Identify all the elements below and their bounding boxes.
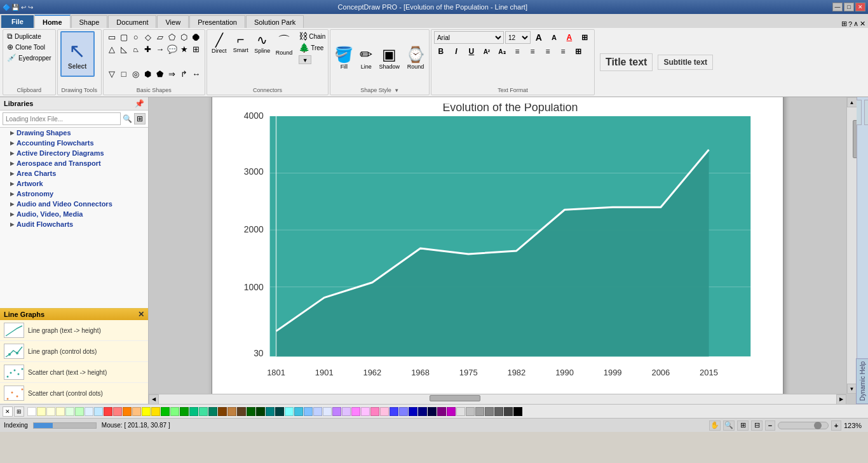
callout-icon[interactable]: 💬 bbox=[166, 43, 178, 55]
template-line-control-dots[interactable]: Line graph (control dots) bbox=[0, 341, 148, 362]
swatch-yellow[interactable] bbox=[142, 407, 151, 416]
canvas[interactable]: 30 1000 2000 3000 4000 1801 1901 1962 19… bbox=[212, 97, 783, 394]
star-icon[interactable]: ★ bbox=[179, 43, 190, 55]
h-scroll-thumb[interactable] bbox=[430, 395, 480, 401]
parallelogram-icon[interactable]: ▱ bbox=[154, 31, 166, 43]
round-shape-button[interactable]: ⌚ Round bbox=[405, 44, 426, 71]
lib-item-artwork[interactable]: Artwork bbox=[0, 178, 148, 189]
swatch-brown1[interactable] bbox=[218, 407, 227, 416]
dbl-arr-icon[interactable]: ↔ bbox=[191, 68, 202, 79]
right-tab-2[interactable] bbox=[864, 100, 869, 125]
hexagon-icon[interactable]: ⬡ bbox=[179, 31, 190, 43]
swatch-green1[interactable] bbox=[161, 407, 170, 416]
swatch-teal3[interactable] bbox=[208, 407, 217, 416]
subscript-btn[interactable]: A₂ bbox=[495, 45, 509, 58]
swatch-gray2[interactable] bbox=[466, 407, 475, 416]
arrow-right-icon[interactable]: → bbox=[154, 43, 166, 55]
h-scrollbar[interactable]: ◀ ▶ bbox=[149, 394, 846, 404]
clone-tool-button[interactable]: ⊕ Clone Tool bbox=[6, 42, 53, 52]
swatch-black[interactable] bbox=[513, 407, 522, 416]
trapezoid-icon[interactable]: ⏢ bbox=[130, 43, 142, 55]
more-format-btn[interactable]: ⊞ bbox=[578, 31, 592, 44]
rounded-rect-icon[interactable]: ▢ bbox=[118, 31, 130, 43]
swatch-white[interactable] bbox=[27, 407, 36, 416]
line-button[interactable]: ✏ Line bbox=[358, 44, 374, 71]
tab-solution-park[interactable]: Solution Park bbox=[246, 15, 304, 28]
font-shrink-btn[interactable]: A bbox=[547, 31, 561, 44]
swatch-darkteal[interactable] bbox=[266, 407, 275, 416]
v-scrollbar[interactable]: ▲ ▼ bbox=[846, 97, 857, 394]
swatch-pink3[interactable] bbox=[370, 407, 379, 416]
swatch-darkpurple[interactable] bbox=[437, 407, 446, 416]
scroll-left-arrow[interactable]: ◀ bbox=[149, 394, 159, 405]
swatch-orange2[interactable] bbox=[132, 407, 141, 416]
template-scatter-text-height[interactable]: Scatter chart (text -> height) bbox=[0, 362, 148, 383]
swatch-blue4[interactable] bbox=[390, 407, 398, 416]
template-scatter-control-dots[interactable]: Scatter chart (control dots) bbox=[0, 383, 148, 404]
swatch-teal1[interactable] bbox=[189, 407, 198, 416]
lib-item-drawing-shapes[interactable]: Drawing Shapes bbox=[0, 128, 148, 138]
ribbon-layout-btn[interactable]: ⊞ bbox=[841, 20, 847, 28]
circle2-icon[interactable]: ◎ bbox=[130, 68, 142, 79]
swatch-blue1[interactable] bbox=[304, 407, 313, 416]
swatch-darkgreen[interactable] bbox=[247, 407, 255, 416]
lib-view-icon[interactable]: ⊞ bbox=[134, 113, 146, 124]
pentagon-icon[interactable]: ⬠ bbox=[166, 31, 178, 43]
zoom-out-button[interactable]: − bbox=[765, 420, 775, 431]
tri2-icon[interactable]: ▽ bbox=[106, 68, 118, 79]
diamond-icon[interactable]: ◇ bbox=[142, 31, 154, 43]
swatch-lightyellow[interactable] bbox=[37, 407, 46, 416]
bent-arr-icon[interactable]: ↱ bbox=[179, 68, 190, 79]
lib-item-accounting[interactable]: Accounting Flowcharts bbox=[0, 138, 148, 148]
swatch-gray1[interactable] bbox=[456, 407, 465, 416]
spline-button[interactable]: ∿ Spline bbox=[253, 31, 272, 55]
scroll-up-arrow[interactable]: ▲ bbox=[847, 97, 857, 107]
swatch-darkblue[interactable] bbox=[428, 407, 437, 416]
direct-button[interactable]: ╱ Direct bbox=[210, 31, 229, 55]
swatch-blue2[interactable] bbox=[313, 407, 322, 416]
align-left-btn[interactable]: ≡ bbox=[510, 45, 524, 58]
swatch-pink1[interactable] bbox=[351, 407, 360, 416]
line-graphs-header[interactable]: Line Graphs ✕ bbox=[0, 309, 148, 320]
superscript-btn[interactable]: A² bbox=[480, 45, 494, 58]
swatch-navy[interactable] bbox=[418, 407, 427, 416]
right-tri-icon[interactable]: ◺ bbox=[118, 43, 130, 55]
ribbon-collapse-btn[interactable]: ∧ bbox=[853, 20, 858, 28]
eyedropper-button[interactable]: 💉 Eyedropper bbox=[6, 53, 53, 63]
ribbon-help-btn[interactable]: ? bbox=[848, 20, 852, 28]
swatch-green3[interactable] bbox=[180, 407, 189, 416]
swatch-yellow2[interactable] bbox=[151, 407, 160, 416]
swatch-cyan2[interactable] bbox=[294, 407, 303, 416]
swatch-green2[interactable] bbox=[170, 407, 179, 416]
dynamic-help-label[interactable]: Dynamic Help bbox=[856, 358, 868, 404]
lib-search-input[interactable] bbox=[3, 112, 121, 125]
line-graphs-close-btn[interactable]: ✕ bbox=[138, 310, 144, 319]
swatch-gray4[interactable] bbox=[485, 407, 494, 416]
minimize-button[interactable]: — bbox=[832, 3, 843, 11]
lib-item-aerospace[interactable]: Aerospace and Transport bbox=[0, 158, 148, 168]
align-justify-btn[interactable]: ≡ bbox=[556, 45, 570, 58]
duplicate-button[interactable]: ⧉ Duplicate bbox=[6, 31, 53, 41]
lib-item-area-charts[interactable]: Area Charts bbox=[0, 168, 148, 178]
lib-item-audio-media[interactable]: Audio, Video, Media bbox=[0, 209, 148, 219]
swatch-gray6[interactable] bbox=[504, 407, 513, 416]
hand-tool-btn[interactable]: ✋ bbox=[709, 420, 721, 431]
rect-icon[interactable]: ▭ bbox=[106, 31, 118, 43]
tab-file[interactable]: File bbox=[1, 15, 34, 28]
swatch-darkgreen2[interactable] bbox=[256, 407, 265, 416]
font-size-select[interactable]: 12 bbox=[505, 31, 531, 44]
zoom-in-button[interactable]: + bbox=[831, 420, 841, 431]
close-button[interactable]: ✕ bbox=[855, 3, 865, 11]
italic-btn[interactable]: I bbox=[449, 45, 463, 58]
window-controls[interactable]: — □ ✕ bbox=[832, 3, 865, 11]
font-color-btn[interactable]: A bbox=[562, 31, 576, 44]
arr2-icon[interactable]: ⇒ bbox=[166, 68, 178, 79]
swatch-lightgreen[interactable] bbox=[65, 407, 74, 416]
octagon-icon[interactable]: ⯃ bbox=[191, 31, 202, 43]
fit-page-btn[interactable]: ⊞ bbox=[737, 420, 749, 431]
h-scroll-track[interactable] bbox=[159, 394, 836, 404]
hex2-icon[interactable]: ⬢ bbox=[142, 68, 154, 79]
swatch-red1[interactable] bbox=[104, 407, 112, 416]
cross-icon[interactable]: ✚ bbox=[142, 43, 154, 55]
smart-button[interactable]: ⌐ Smart bbox=[231, 31, 250, 55]
